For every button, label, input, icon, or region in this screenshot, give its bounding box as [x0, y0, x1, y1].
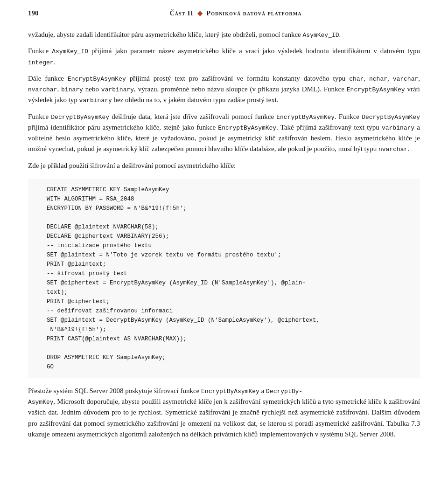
code-line-1: CREATE ASYMMETRIC KEY SampleAsymKey: [47, 185, 411, 194]
paragraph-3: Dále funkce EncryptByAsymKey přijímá pro…: [28, 73, 420, 106]
page: 190 Část II ◆ Podniková datová platforma…: [0, 0, 448, 491]
code-empty-2: [47, 218, 411, 222]
inline-code-encryptbyasymkey3: EncryptByAsymKey: [276, 114, 335, 121]
paragraph-4: Funkce DecryptByAsymKey dešifruje data, …: [28, 111, 420, 155]
inline-code-integer: integer: [28, 59, 54, 66]
diamond-icon: ◆: [197, 9, 203, 17]
paragraph-5: Zde je příklad použití šifrování a dešif…: [28, 160, 420, 171]
code-line-14: SET @plaintext = DecryptByAsymKey (AsymK…: [47, 316, 411, 325]
code-line-5: DECLARE @ciphertext VARBINARY(256);: [47, 232, 411, 241]
inline-code-binary: binary: [61, 86, 83, 93]
code-line-13: -- dešifrovat zašifrovanou informaci: [47, 306, 411, 316]
inline-code-varchar: varchar: [393, 76, 419, 83]
code-line-6: -- inicializace prostého textu: [47, 241, 411, 250]
inline-code-encryptbyasymkey: EncryptByAsymKey: [68, 76, 126, 83]
inline-code-encryptbyasymkey2: EncryptByAsymKey: [347, 86, 405, 93]
inline-code-encryptbyasymkey5: EncryptByAsymKey: [201, 388, 259, 395]
code-line-17: DROP ASYMMETRIC KEY SampleAsymKey;: [47, 353, 411, 362]
part-label: Část II: [170, 10, 194, 17]
code-line-10: SET @ciphertext = EncryptByAsymKey (Asym…: [47, 278, 411, 288]
page-number: 190: [28, 9, 51, 17]
code-empty-4: [47, 348, 411, 353]
code-line-18: GO: [47, 362, 411, 372]
inline-code-asymkeyid: AsymKey_ID: [303, 32, 339, 39]
inline-code-decryptbyasymkey2: DecryptByAsymKey: [362, 114, 420, 121]
paragraph-6: Přestože systém SQL Server 2008 poskytuj…: [28, 386, 420, 440]
inline-code-decryptbyasymkey: DecryptByAsymKey: [51, 114, 109, 121]
inline-code-varbinary3: varbinary: [382, 124, 414, 131]
code-line-12: PRINT @ciphertext;: [47, 297, 411, 306]
inline-code-encryptbyasymkey4: EncryptByAsymKey: [218, 124, 276, 131]
inline-code-asymkey2: AsymKey: [28, 399, 54, 406]
title-label: Podniková datová platforma: [207, 10, 302, 17]
inline-code-char: char: [349, 76, 364, 83]
code-line-8: PRINT @plaintext;: [47, 260, 411, 269]
code-line-11: text);: [47, 288, 411, 297]
page-content: vyžaduje, abyste zadali identifikátor pá…: [28, 29, 420, 440]
inline-code-varbinary: varbinary: [101, 86, 134, 93]
code-block: CREATE ASYMMETRIC KEY SampleAsymKey WITH…: [28, 179, 420, 378]
page-header: 190 Část II ◆ Podniková datová platforma: [28, 9, 420, 19]
code-line-15: N'B&^19!{f!5h');: [47, 325, 411, 334]
inline-code-nvarchar: nvarchar: [28, 86, 57, 93]
inline-code-nvarchar2: nvarchar: [378, 146, 407, 153]
code-line-3: ENCRYPTION BY PASSWORD = N'B&^19!{f!5h';: [47, 204, 411, 213]
chapter-title: Část II ◆ Podniková datová platforma: [51, 9, 420, 17]
inline-code-decryptby: DecryptBy-: [266, 388, 302, 395]
inline-code-varbinary2: varbinary: [79, 97, 112, 104]
code-line-7: SET @plaintext = N'Toto je vzorek textu …: [47, 250, 411, 260]
code-line-4: DECLARE @plaintext NVARCHAR(58);: [47, 222, 411, 232]
code-line-9: -- šifrovat prostý text: [47, 269, 411, 278]
code-empty-3: [47, 344, 411, 348]
code-line-2: WITH ALGORITHM = RSA_2048: [47, 194, 411, 204]
inline-code-nchar: nchar: [369, 76, 387, 83]
code-empty-1: [47, 213, 411, 218]
paragraph-2: Funkce AsymKey_ID přijímá jako parametr …: [28, 46, 420, 68]
inline-code-asymkeyid2: AsymKey_ID: [52, 48, 88, 55]
paragraph-1: vyžaduje, abyste zadali identifikátor pá…: [28, 29, 420, 40]
code-line-16: PRINT CAST(@plaintext AS NVARCHAR(MAX));: [47, 334, 411, 344]
